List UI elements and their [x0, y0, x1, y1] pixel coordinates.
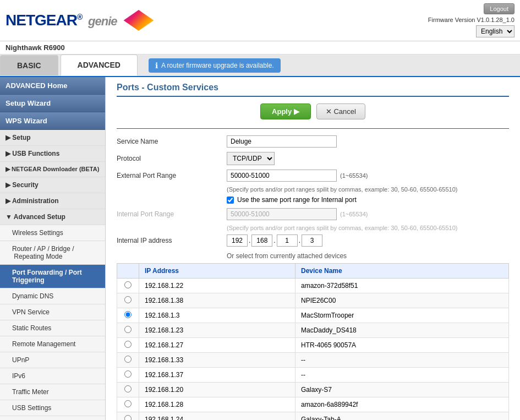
col-ip: IP Address	[139, 264, 295, 279]
table-cell-device: MacStormTrooper	[295, 308, 509, 323]
table-cell-ip: 192.168.1.23	[139, 323, 295, 338]
table-cell-ip: 192.168.1.28	[139, 397, 295, 412]
protocol-select[interactable]: TCP/UDP TCP UDP	[227, 152, 275, 165]
device-radio-2[interactable]	[124, 311, 132, 318]
table-cell-device: MacDaddy_DS418	[295, 323, 509, 338]
table-row: 192.168.1.20 Galaxy-S7	[117, 383, 509, 397]
sidebar-item-wireless-settings[interactable]: Wireless Settings	[0, 225, 105, 241]
ext-port-hint: (Specify ports and/or port ranges spilit…	[227, 186, 509, 193]
device-radio-3[interactable]	[124, 326, 132, 333]
sidebar-item-ipv6[interactable]: IPv6	[0, 368, 105, 384]
sidebar-item-led-control[interactable]: LED Control Settings	[0, 416, 105, 420]
tab-advanced[interactable]: ADVANCED	[61, 54, 138, 76]
sidebar-item-router-ap-bridge[interactable]: Router / AP / Bridge / Repeating Mode	[0, 241, 105, 265]
device-radio-5[interactable]	[124, 356, 132, 363]
table-cell-device: Galaxy-S7	[295, 383, 509, 397]
table-cell-ip: 192.168.1.22	[139, 279, 295, 293]
table-row: 192.168.1.3 MacStormTrooper	[117, 308, 509, 323]
table-cell-radio[interactable]	[117, 308, 139, 323]
device-radio-9[interactable]	[124, 415, 132, 420]
sidebar-item-remote-management[interactable]: Remote Management	[0, 336, 105, 352]
service-name-label: Service Name	[117, 138, 227, 145]
sidebar-item-vpn-service[interactable]: VPN Service	[0, 304, 105, 320]
tab-basic[interactable]: BASIC	[0, 55, 58, 75]
table-cell-device: amazon-372d58f51	[295, 279, 509, 293]
firmware-info: Firmware Version V1.0.1.28_1.0	[428, 17, 514, 23]
ip-oct3[interactable]	[277, 234, 298, 247]
table-cell-ip: 192.168.1.37	[139, 368, 295, 383]
model-bar: Nighthawk R6900	[0, 41, 520, 54]
table-cell-radio[interactable]	[117, 397, 139, 412]
device-radio-0[interactable]	[124, 281, 132, 288]
ip-input-group: . . .	[227, 234, 322, 247]
table-cell-device: NPIE26C00	[295, 293, 509, 308]
sidebar-group-advanced-setup[interactable]: ▼ Advanced Setup	[0, 209, 105, 225]
sidebar: ADVANCED Home Setup Wizard WPS Wizard ▶ …	[0, 77, 106, 420]
sidebar-group-administration[interactable]: ▶ Administration	[0, 193, 105, 209]
sidebar-item-dynamic-dns[interactable]: Dynamic DNS	[0, 288, 105, 304]
ext-port-input[interactable]	[227, 170, 337, 182]
device-radio-6[interactable]	[124, 370, 132, 378]
firmware-version: V1.0.1.28_1.0	[477, 17, 514, 23]
table-cell-radio[interactable]	[117, 412, 139, 421]
content-area: Ports - Custom Services Apply ▶ ✕ Cancel…	[106, 77, 520, 420]
int-port-range: (1~65534)	[340, 211, 368, 217]
sidebar-group-usb-functions[interactable]: ▶ USB Functions	[0, 146, 105, 162]
table-cell-radio[interactable]	[117, 383, 139, 397]
language-selector[interactable]: English	[476, 25, 514, 37]
tab-bar: BASIC ADVANCED A router firmware upgrade…	[0, 54, 520, 77]
sidebar-item-port-forwarding[interactable]: Port Forwarding / Port Triggering	[0, 265, 105, 288]
sidebar-item-traffic-meter[interactable]: Traffic Meter	[0, 384, 105, 400]
logo-text: NETGEAR® genie	[6, 12, 117, 29]
table-cell-radio[interactable]	[117, 338, 139, 353]
table-row: 192.168.1.38 NPIE26C00	[117, 293, 509, 308]
table-cell-radio[interactable]	[117, 368, 139, 383]
cancel-button[interactable]: ✕ Cancel	[316, 103, 365, 119]
sidebar-group-setup[interactable]: ▶ Setup	[0, 130, 105, 146]
int-port-checkbox-label: Use the same port range for Internal por…	[237, 196, 357, 204]
form-area: Service Name Protocol TCP/UDP TCP UDP Ex…	[117, 128, 509, 420]
table-cell-radio[interactable]	[117, 293, 139, 308]
ip-oct2[interactable]	[251, 234, 272, 247]
int-ip-label: Internal IP address	[117, 237, 227, 244]
int-port-input[interactable]	[227, 208, 337, 220]
table-cell-device: Galaxy-Tab-A	[295, 412, 509, 421]
sidebar-group-security[interactable]: ▶ Security	[0, 177, 105, 193]
select-device-label: Or select from currently attached device…	[227, 252, 509, 260]
sidebar-item-wps-wizard[interactable]: WPS Wizard	[0, 112, 105, 130]
service-name-row: Service Name	[117, 135, 509, 148]
apply-button[interactable]: Apply ▶	[260, 103, 311, 119]
header-right: Logout Firmware Version V1.0.1.28_1.0 En…	[428, 3, 514, 37]
service-name-input[interactable]	[227, 135, 337, 148]
model-name: Nighthawk R6900	[6, 43, 65, 52]
logo-diamond	[123, 10, 154, 31]
sidebar-item-usb-settings[interactable]: USB Settings	[0, 400, 105, 416]
table-row: 192.168.1.37 --	[117, 368, 509, 383]
toolbar: Apply ▶ ✕ Cancel	[117, 103, 509, 119]
table-cell-ip: 192.168.1.3	[139, 308, 295, 323]
logout-button[interactable]: Logout	[484, 3, 514, 14]
sidebar-group-netgear-downloader[interactable]: ▶ NETGEAR Downloader (BETA)	[0, 162, 105, 177]
device-radio-7[interactable]	[124, 385, 132, 392]
device-radio-8[interactable]	[124, 400, 132, 407]
sidebar-item-setup-wizard[interactable]: Setup Wizard	[0, 95, 105, 112]
upgrade-banner[interactable]: A router firmware upgrade is available.	[149, 58, 281, 73]
table-cell-ip: 192.168.1.38	[139, 293, 295, 308]
device-radio-1[interactable]	[124, 296, 132, 303]
main-layout: ADVANCED Home Setup Wizard WPS Wizard ▶ …	[0, 77, 520, 420]
int-port-checkbox[interactable]	[227, 197, 234, 204]
ip-oct4[interactable]	[302, 234, 322, 247]
int-port-hint: (Specify ports and/or port ranges spilit…	[227, 225, 509, 231]
table-cell-radio[interactable]	[117, 279, 139, 293]
ext-port-range: (1~65534)	[340, 172, 368, 179]
col-select	[117, 264, 139, 279]
sidebar-item-upnp[interactable]: UPnP	[0, 352, 105, 368]
table-cell-device: --	[295, 368, 509, 383]
sidebar-item-static-routes[interactable]: Static Routes	[0, 320, 105, 336]
table-cell-radio[interactable]	[117, 353, 139, 368]
table-cell-radio[interactable]	[117, 323, 139, 338]
device-radio-4[interactable]	[124, 341, 132, 348]
table-cell-ip: 192.168.1.27	[139, 338, 295, 353]
ip-oct1[interactable]	[227, 234, 248, 247]
sidebar-item-advanced-home[interactable]: ADVANCED Home	[0, 77, 105, 95]
